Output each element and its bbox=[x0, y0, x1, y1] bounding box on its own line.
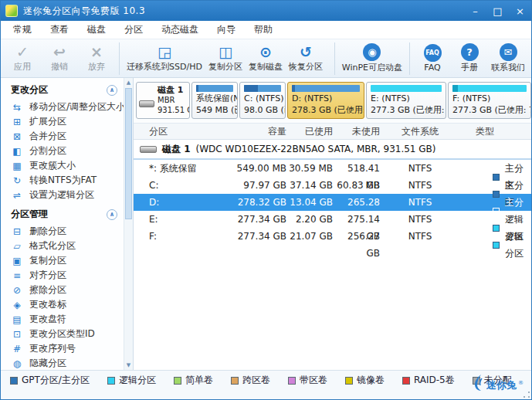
column-header-文件系统[interactable]: 文件系统 bbox=[380, 124, 460, 139]
toolbar-button-label: FAQ bbox=[424, 63, 440, 73]
sidebar-item-cluster-size[interactable]: ▦更改簇大小 bbox=[1, 158, 124, 173]
sidebar-item-type-id[interactable]: ⊡更改分区类型ID bbox=[1, 327, 124, 341]
sidebar-item-format[interactable]: ▱格式化分区 bbox=[1, 239, 124, 253]
toolbar-button-label: WinPE可启动盘 bbox=[342, 62, 402, 73]
column-header-类型[interactable]: 类型 bbox=[460, 124, 531, 139]
toolbar-separator bbox=[334, 42, 335, 75]
drive-letter-icon: ▤ bbox=[11, 314, 23, 325]
disk-map-partition-系统保留(N[interactable]: 系统保留(N549 MB (已 bbox=[191, 82, 238, 119]
table-row-*: 系统保留[interactable]: *: 系统保留549.00 MB30.59 MB518.41 MBNTFS主分区 bbox=[134, 160, 531, 177]
usage-bar-fill bbox=[244, 85, 258, 92]
sidebar-item-align[interactable]: ≡对齐分区 bbox=[1, 268, 124, 283]
menu-item-查看[interactable]: 查看 bbox=[41, 21, 78, 39]
legend-item-跨区卷: 跨区卷 bbox=[231, 374, 270, 387]
column-header-容量[interactable]: 容量 bbox=[225, 124, 286, 139]
sidebar-item-merge[interactable]: ⊠合并分区 bbox=[1, 129, 124, 144]
table-row-C:[interactable]: C:97.97 GB37.14 GB60.83 GBNTFS主分区 bbox=[134, 177, 531, 194]
sidebar-item-serial-number[interactable]: #更改序列号 bbox=[1, 341, 124, 356]
type-label: 逻辑分区 bbox=[505, 228, 531, 262]
disk-map-disk-info[interactable]: 磁盘 1 MBR 931.51 GB bbox=[136, 82, 190, 119]
main-panel: 磁盘 1 MBR 931.51 GB 系统保留(N549 MB (已C: (NT… bbox=[134, 78, 531, 370]
usage-bar bbox=[292, 85, 360, 92]
legend-color-icon bbox=[345, 377, 353, 385]
titlebar: 迷你兔分区向导免费版 10.3 – □ × bbox=[1, 1, 531, 21]
menubar: 常规查看磁盘分区动态磁盘向导帮助 bbox=[1, 21, 531, 39]
toolbar-button-mail-circle[interactable]: ✉联系我们 bbox=[491, 43, 525, 73]
sidebar-item-wipe[interactable]: ⊘擦除分区 bbox=[1, 283, 124, 297]
sidebar-scrollbar[interactable]: ▲ ▼ bbox=[124, 78, 134, 370]
partition-info: 98.0 GB (已 bbox=[244, 104, 281, 116]
partition-table-body: *: 系统保留549.00 MB30.59 MB518.41 MBNTFS主分区… bbox=[134, 160, 531, 245]
table-row-E:[interactable]: E:277.34 GB2.20 GB275.14 GBNTFS逻辑分区 bbox=[134, 211, 531, 228]
sidebar-section-更改分区[interactable]: 更改分区∧ bbox=[1, 78, 124, 100]
column-header-已使用[interactable]: 已使用 bbox=[286, 124, 333, 139]
collapse-icon[interactable]: ∧ bbox=[107, 85, 117, 96]
toolbar-button-winpe-disc[interactable]: ◉WinPE可启动盘 bbox=[342, 43, 402, 73]
sidebar-item-label: 删除分区 bbox=[29, 225, 66, 238]
toolbar-button-recover-partition[interactable]: ↺恢复分区 bbox=[289, 44, 323, 73]
menu-item-向导[interactable]: 向导 bbox=[208, 21, 245, 39]
table-row-D:[interactable]: D:278.32 GB13.04 GB265.28 GBNTFS主分区 bbox=[134, 194, 531, 211]
toolbar-edit-group: ✓应用↩撤销×放弃 bbox=[4, 44, 115, 73]
column-header-分区[interactable]: 分区 bbox=[134, 124, 225, 139]
cluster-size-icon: ▦ bbox=[11, 161, 23, 171]
sidebar-item-label: 擦除分区 bbox=[29, 283, 66, 297]
sidebar-item-move-resize[interactable]: ⇆移动分区/调整分区大小 bbox=[1, 100, 124, 114]
menu-item-帮助[interactable]: 帮助 bbox=[245, 21, 282, 39]
toolbar-button-migrate-os[interactable]: ◲迁移系统到SSD/HD bbox=[127, 44, 202, 73]
partition-info: 549 MB (已 bbox=[196, 104, 233, 116]
legend-item-RAID-5卷: RAID-5卷 bbox=[402, 374, 455, 387]
legend-item-逻辑分区: 逻辑分区 bbox=[107, 374, 156, 387]
disk-map-partition-E: (NTFS)[interactable]: E: (NTFS)277.3 GB (已使用: 0%) bbox=[366, 82, 446, 119]
sidebar-item-label: 更改卷标 bbox=[29, 298, 66, 311]
scrollbar-thumb[interactable] bbox=[125, 88, 132, 219]
toolbar-button-label: 手册 bbox=[461, 62, 478, 73]
menu-item-磁盘[interactable]: 磁盘 bbox=[78, 21, 115, 39]
toolbar-button-label: 撤销 bbox=[51, 61, 68, 73]
sidebar-item-drive-letter[interactable]: ▤更改盘符 bbox=[1, 312, 124, 327]
toolbar-button-faq-circle[interactable]: FAQFAQ bbox=[417, 43, 448, 73]
sidebar-section-分区管理[interactable]: 分区管理∧ bbox=[1, 202, 124, 224]
sidebar-item-label: 扩展分区 bbox=[29, 115, 66, 128]
scroll-up-icon[interactable]: ▲ bbox=[124, 78, 133, 87]
sidebar-item-label: 更改序列号 bbox=[29, 342, 76, 355]
disk-map-partition-D: (NTFS)[interactable]: D: (NTFS)278.3 GB (已使用: 4%) bbox=[287, 82, 364, 119]
menu-item-常规[interactable]: 常规 bbox=[4, 21, 41, 39]
sidebar-item-delete[interactable]: ⊟删除分区 bbox=[1, 224, 124, 239]
collapse-icon[interactable]: ∧ bbox=[107, 209, 117, 220]
sidebar: 更改分区∧⇆移动分区/调整分区大小⊞扩展分区⊠合并分区◧分割分区▦更改簇大小↻转… bbox=[1, 78, 124, 370]
sidebar-item-copy[interactable]: ▣复制分区 bbox=[1, 253, 124, 268]
disk-map-partition-C: (NTFS)[interactable]: C: (NTFS)98.0 GB (已 bbox=[239, 82, 286, 119]
toolbar-button-question-circle[interactable]: ?手册 bbox=[454, 43, 485, 73]
disk-group-row[interactable]: 磁盘 1 (WDC WD10EZEX-22BN5AO SATA, MBR, 93… bbox=[134, 140, 531, 160]
sidebar-item-hide[interactable]: ◍隐藏分区 bbox=[1, 356, 124, 370]
table-row-F:[interactable]: F:277.34 GB21.07 GB256.27 GBNTFS逻辑分区 bbox=[134, 228, 531, 245]
menu-item-分区[interactable]: 分区 bbox=[115, 21, 152, 39]
sidebar-item-volume-label[interactable]: ◈更改卷标 bbox=[1, 297, 124, 312]
partition-info: 278.3 GB (已使用: 4%) bbox=[292, 104, 360, 116]
window-controls: – □ × bbox=[464, 1, 531, 21]
minimize-button[interactable]: – bbox=[464, 1, 486, 21]
sidebar-item-set-logical[interactable]: ⇌设置为逻辑分区 bbox=[1, 188, 124, 202]
toolbar-button-undo-arrow: ↩撤销 bbox=[44, 44, 75, 73]
partition-type-icon bbox=[493, 242, 500, 249]
scroll-down-icon[interactable]: ▼ bbox=[124, 361, 133, 370]
convert-fs-icon: ↻ bbox=[11, 175, 23, 186]
maximize-button[interactable]: □ bbox=[486, 1, 509, 21]
legend-label: RAID-5卷 bbox=[414, 374, 455, 387]
toolbar-button-copy-partition[interactable]: ◫复制分区 bbox=[208, 44, 242, 73]
toolbar-button-copy-disk[interactable]: ⊙复制磁盘 bbox=[249, 44, 283, 73]
sidebar-item-extend[interactable]: ⊞扩展分区 bbox=[1, 114, 124, 129]
sidebar-item-convert-fs[interactable]: ↻转换NTFS为FAT bbox=[1, 173, 124, 188]
menu-item-动态磁盘[interactable]: 动态磁盘 bbox=[152, 21, 208, 39]
close-button[interactable]: × bbox=[509, 1, 531, 21]
sidebar-item-split[interactable]: ◧分割分区 bbox=[1, 144, 124, 158]
resize-grip[interactable] bbox=[524, 392, 530, 398]
legend-color-icon bbox=[402, 377, 410, 385]
disk-map-partition-F: (NTFS)[interactable]: F: (NTFS)277.3 GB (已使用: 7%) bbox=[448, 82, 531, 119]
legend-color-icon bbox=[231, 377, 239, 385]
copy-disk-icon: ⊙ bbox=[259, 44, 272, 60]
column-header-未使用[interactable]: 未使用 bbox=[333, 124, 380, 139]
cell-filesystem: NTFS bbox=[380, 228, 460, 262]
brand-logo: 迷你兔 ® bbox=[471, 374, 524, 392]
